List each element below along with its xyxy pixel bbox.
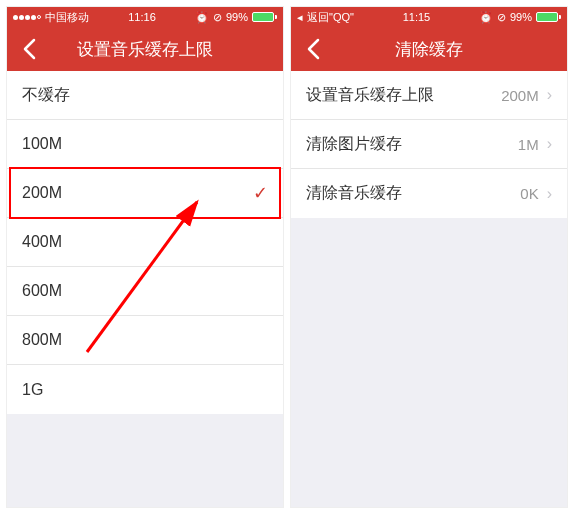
row-label: 设置音乐缓存上限 <box>306 85 434 106</box>
rotation-lock-icon: ⊘ <box>497 11 506 24</box>
chevron-left-icon <box>22 38 36 60</box>
option-label: 1G <box>22 381 43 399</box>
signal-icon <box>13 15 41 20</box>
option-label: 400M <box>22 233 62 251</box>
cache-limit-list: 不缓存 100M 200M✓ 400M 600M 800M 1G <box>7 71 283 414</box>
battery-icon <box>252 12 277 22</box>
chevron-left-icon <box>306 38 320 60</box>
nav-bar: 清除缓存 <box>291 27 567 71</box>
option-label: 200M <box>22 184 62 202</box>
left-screen: 中国移动 11:16 ⏰ ⊘ 99% 设置音乐缓存上限 不缓存 100M 200… <box>6 6 284 508</box>
checkmark-icon: ✓ <box>253 182 268 204</box>
option-label: 不缓存 <box>22 85 70 106</box>
battery-percent: 99% <box>226 11 248 23</box>
status-bar: ◂ 返回"QQ" 11:15 ⏰ ⊘ 99% <box>291 7 567 27</box>
option-1g[interactable]: 1G <box>7 365 283 414</box>
battery-icon <box>536 12 561 22</box>
row-value: 200M <box>501 87 539 104</box>
right-screen: ◂ 返回"QQ" 11:15 ⏰ ⊘ 99% 清除缓存 设置音乐缓存上限 200… <box>290 6 568 508</box>
chevron-right-icon: › <box>547 135 552 153</box>
row-clear-music-cache[interactable]: 清除音乐缓存 0K› <box>291 169 567 218</box>
option-200m[interactable]: 200M✓ <box>7 169 283 218</box>
alarm-icon: ⏰ <box>479 11 493 24</box>
rotation-lock-icon: ⊘ <box>213 11 222 24</box>
time-label: 11:15 <box>403 11 431 23</box>
row-label: 清除图片缓存 <box>306 134 402 155</box>
option-800m[interactable]: 800M <box>7 316 283 365</box>
carrier-label: 中国移动 <box>45 10 89 25</box>
row-label: 清除音乐缓存 <box>306 183 402 204</box>
option-label: 600M <box>22 282 62 300</box>
back-to-app-label[interactable]: 返回"QQ" <box>307 10 354 25</box>
option-label: 100M <box>22 135 62 153</box>
option-100m[interactable]: 100M <box>7 120 283 169</box>
option-600m[interactable]: 600M <box>7 267 283 316</box>
nav-bar: 设置音乐缓存上限 <box>7 27 283 71</box>
clear-cache-list: 设置音乐缓存上限 200M› 清除图片缓存 1M› 清除音乐缓存 0K› <box>291 71 567 218</box>
back-button[interactable] <box>7 27 51 71</box>
option-label: 800M <box>22 331 62 349</box>
status-bar: 中国移动 11:16 ⏰ ⊘ 99% <box>7 7 283 27</box>
row-value: 0K <box>520 185 538 202</box>
alarm-icon: ⏰ <box>195 11 209 24</box>
chevron-right-icon: › <box>547 86 552 104</box>
row-clear-image-cache[interactable]: 清除图片缓存 1M› <box>291 120 567 169</box>
time-label: 11:16 <box>128 11 156 23</box>
option-no-cache[interactable]: 不缓存 <box>7 71 283 120</box>
back-to-app-icon[interactable]: ◂ <box>297 11 303 24</box>
row-value: 1M <box>518 136 539 153</box>
option-400m[interactable]: 400M <box>7 218 283 267</box>
battery-percent: 99% <box>510 11 532 23</box>
back-button[interactable] <box>291 27 335 71</box>
chevron-right-icon: › <box>547 185 552 203</box>
row-set-music-cache-limit[interactable]: 设置音乐缓存上限 200M› <box>291 71 567 120</box>
